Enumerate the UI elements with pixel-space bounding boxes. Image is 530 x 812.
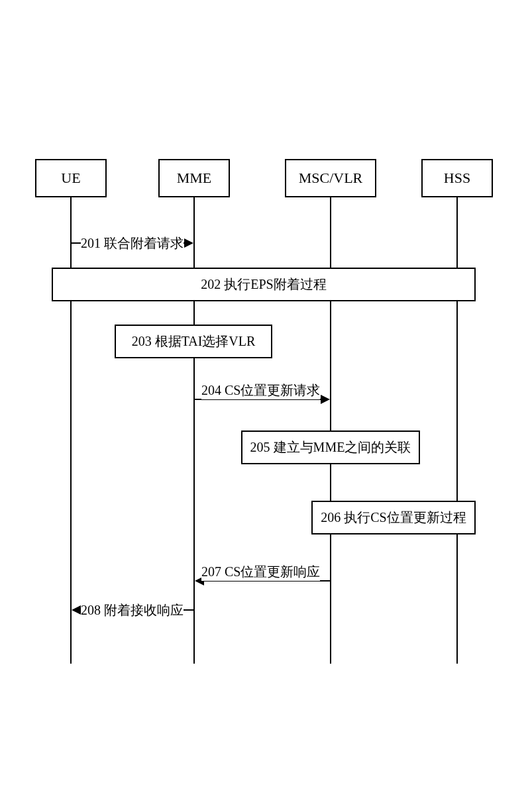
lifeline-msc [330,196,331,268]
box-205: 205 建立与MME之间的关联 [241,431,420,464]
actor-hss: HSS [421,159,493,197]
label-203: 203 根据TAI选择VLR [132,334,256,348]
arrow-head-204 [321,395,330,404]
box-203: 203 根据TAI选择VLR [115,325,272,358]
arrow-head-208 [72,605,81,615]
box-206: 206 执行CS位置更新过程 [311,501,476,534]
actor-msc-vlr: MSC/VLR [285,159,376,197]
lifeline-ue [70,196,72,268]
actor-mme-label: MME [177,170,212,186]
label-202: 202 执行EPS附着过程 [201,277,326,291]
label-201: 201 联合附着请求 [81,234,184,252]
box-202: 202 执行EPS附着过程 [52,268,476,301]
actor-ue-label: UE [61,170,80,186]
actor-hss-label: HSS [444,170,470,186]
lifeline-msc-2 [330,298,331,664]
lifeline-hss [456,196,458,268]
label-206: 206 执行CS位置更新过程 [321,510,466,525]
sequence-diagram: UE MME MSC/VLR HSS 201 联合附着请求 202 执行EPS附… [0,0,530,812]
lifeline-hss-2 [456,298,458,664]
actor-mme: MME [158,159,230,197]
actor-msc-vlr-label: MSC/VLR [299,170,363,186]
actor-ue: UE [35,159,107,197]
label-207: 207 CS位置更新响应 [201,563,320,581]
label-204: 204 CS位置更新请求 [201,381,320,399]
arrow-head-201 [184,238,193,248]
label-205: 205 建立与MME之间的关联 [250,440,411,454]
lifeline-mme [193,196,195,268]
label-208: 208 附着接收响应 [81,601,184,619]
